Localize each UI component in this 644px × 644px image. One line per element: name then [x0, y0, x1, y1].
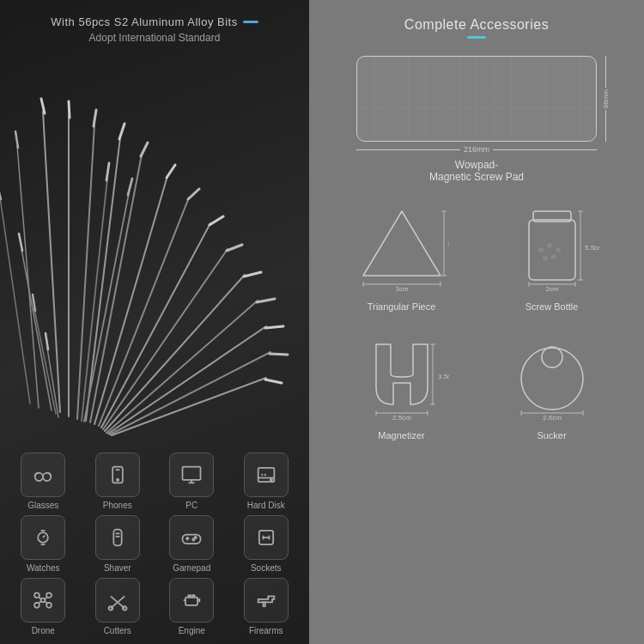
- icon-item-drone: Drone: [9, 578, 78, 635]
- icon-label-watches: Watches: [27, 563, 60, 573]
- svg-point-104: [547, 243, 552, 248]
- svg-text:2cm: 2cm: [545, 285, 558, 293]
- svg-line-78: [46, 598, 47, 599]
- svg-marker-92: [363, 211, 440, 276]
- sucker-svg: 2.6cm: [505, 327, 599, 422]
- magnetizer-svg: 2.5cm 3.5cm: [355, 327, 449, 422]
- svg-rect-91: [357, 57, 596, 141]
- svg-line-9: [141, 143, 148, 156]
- svg-point-72: [41, 598, 46, 603]
- svg-line-31: [0, 182, 1, 199]
- svg-line-39: [106, 163, 109, 180]
- icon-label-glasses: Glasses: [27, 501, 58, 510]
- svg-point-67: [192, 538, 194, 540]
- svg-line-25: [270, 354, 288, 355]
- icon-box-engine: [169, 578, 214, 623]
- svg-line-23: [265, 326, 283, 328]
- svg-point-81: [108, 606, 112, 611]
- engine-icon: [179, 588, 204, 612]
- svg-line-15: [210, 216, 223, 225]
- icon-item-gamepad: Gamepad: [157, 515, 227, 573]
- svg-line-3: [69, 101, 70, 118]
- svg-line-0: [43, 112, 60, 412]
- right-panel: Complete Accessories: [309, 0, 644, 644]
- icon-box-gamepad: [169, 515, 214, 560]
- icon-box-shaver: [95, 515, 140, 560]
- icon-box-cutters: [95, 578, 140, 623]
- icon-box-watches: [21, 515, 65, 560]
- svg-line-77: [39, 598, 41, 599]
- icon-box-pc: [169, 453, 214, 497]
- svg-line-26: [112, 378, 266, 435]
- svg-text:3cm: 3cm: [447, 240, 449, 247]
- triangular-diagram: 3cm 3cm: [355, 198, 449, 296]
- svg-point-55: [270, 479, 271, 481]
- icon-item-watches: Watches: [9, 515, 78, 573]
- svg-rect-84: [189, 595, 191, 597]
- svg-line-33: [19, 234, 22, 251]
- icon-item-sockets: Sockets: [232, 515, 301, 573]
- icon-label-firearms: Firearms: [249, 626, 283, 635]
- drone-icon: [31, 588, 55, 612]
- blue-accent-dot: [243, 21, 258, 23]
- svg-line-16: [103, 249, 228, 429]
- blue-accent-bar: [467, 36, 486, 39]
- svg-rect-48: [183, 467, 201, 480]
- sucker-item: 2.6cm Sucker: [505, 327, 599, 440]
- triangular-item: 3cm 3cm Triangular Piece: [355, 198, 449, 312]
- gamepad-icon: [179, 526, 204, 550]
- svg-text:5.5cm: 5.5cm: [585, 244, 599, 252]
- glasses-icon: [31, 463, 55, 487]
- harddisk-icon: [254, 463, 278, 487]
- screw-bottle-item: 2cm 5.5cm Screw Bottle: [505, 198, 599, 312]
- svg-point-124: [521, 348, 583, 410]
- icon-box-sockets: [244, 515, 289, 560]
- svg-point-74: [46, 592, 52, 598]
- icon-label-phones: Phones: [103, 501, 132, 510]
- icon-item-harddisk: Hard Disk: [232, 453, 301, 510]
- wowpad-rect: [356, 56, 597, 142]
- svg-rect-89: [263, 602, 264, 606]
- sucker-label: Sucker: [537, 430, 566, 440]
- svg-rect-85: [192, 595, 194, 597]
- watches-icon: [31, 526, 55, 550]
- icon-box-harddisk: [244, 453, 289, 497]
- svg-line-19: [244, 272, 261, 276]
- svg-line-79: [39, 601, 41, 603]
- svg-line-5: [94, 110, 96, 126]
- triangular-svg: 3cm 3cm: [355, 198, 449, 293]
- wowpad-height-label: 86mm: [600, 88, 611, 110]
- svg-line-11: [167, 165, 175, 178]
- icon-label-harddisk: Hard Disk: [247, 501, 285, 510]
- icon-box-phones: [95, 453, 140, 497]
- shaver-icon: [106, 526, 130, 550]
- left-panel: With 56pcs S2 Aluminum Alloy Bits Adopt …: [0, 0, 309, 644]
- svg-line-38: [82, 179, 107, 421]
- svg-point-76: [46, 603, 52, 608]
- icon-label-sockets: Sockets: [251, 563, 282, 573]
- bits-area: [0, 43, 309, 438]
- svg-point-66: [195, 537, 197, 538]
- sucker-diagram: 2.6cm: [505, 327, 599, 425]
- svg-point-105: [556, 247, 561, 252]
- svg-line-29: [15, 131, 18, 148]
- magnetizer-diagram: 2.5cm 3.5cm: [355, 327, 449, 425]
- svg-line-30: [0, 197, 30, 404]
- icon-item-cutters: Cutters: [83, 578, 153, 635]
- icon-item-pc: PC: [157, 453, 227, 510]
- icon-box-drone: [21, 578, 65, 623]
- svg-point-107: [551, 254, 556, 259]
- svg-point-75: [34, 603, 39, 608]
- right-heading: Complete Accessories: [326, 17, 627, 33]
- svg-point-103: [538, 247, 544, 252]
- svg-line-59: [43, 536, 45, 538]
- svg-point-82: [123, 606, 127, 611]
- svg-point-47: [117, 479, 118, 481]
- left-header: With 56pcs S2 Aluminum Alloy Bits Adopt …: [0, 0, 309, 44]
- svg-rect-101: [529, 220, 575, 280]
- bits-svg: [0, 43, 309, 438]
- svg-text:3cm: 3cm: [395, 285, 408, 293]
- svg-line-7: [119, 124, 125, 139]
- icon-item-engine: Engine: [157, 578, 227, 635]
- svg-line-17: [227, 245, 242, 251]
